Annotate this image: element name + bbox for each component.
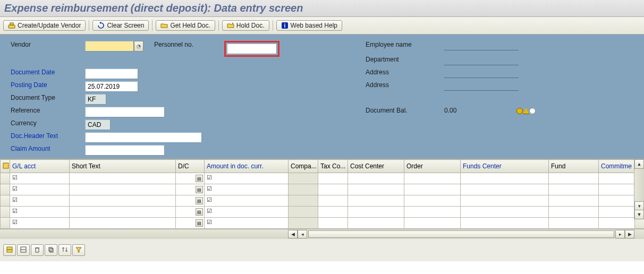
col-order[interactable]: Order — [404, 160, 461, 173]
col-amount[interactable]: Amount in doc. curr. — [205, 160, 289, 173]
col-tax-co[interactable]: Tax Co... — [318, 160, 348, 173]
claim-amount-label[interactable]: Claim Amount — [11, 145, 82, 152]
document-date-label[interactable]: Document Date — [11, 68, 82, 76]
cell-commitment[interactable] — [599, 184, 635, 195]
horizontal-scrollbar[interactable]: ◀ ◂ ▸ ▶ — [0, 229, 644, 239]
cell-tax-co[interactable] — [318, 207, 348, 218]
dropdown-button[interactable]: ▤ — [196, 197, 203, 204]
row-selector[interactable] — [1, 184, 10, 195]
cell-commitment[interactable] — [599, 173, 635, 184]
filter-button[interactable] — [72, 244, 85, 256]
col-compa[interactable]: Compa... — [289, 160, 318, 173]
cell-amount[interactable]: ☑ — [205, 207, 289, 218]
sort-button[interactable] — [58, 244, 71, 256]
col-fund[interactable]: Fund — [549, 160, 599, 173]
vertical-scrollbar[interactable]: ▲ ▾ ▼ — [634, 159, 644, 219]
cell-cost-center[interactable] — [348, 207, 404, 218]
cell-gl-acct[interactable]: ☑ — [10, 218, 70, 229]
cell-compa[interactable] — [289, 218, 318, 229]
cell-order[interactable] — [404, 207, 461, 218]
col-funds-center[interactable]: Funds Center — [461, 160, 549, 173]
cell-tax-co[interactable] — [318, 184, 348, 195]
cell-funds-center[interactable] — [461, 207, 549, 218]
cell-tax-co[interactable] — [318, 173, 348, 184]
row-selector[interactable] — [1, 207, 10, 218]
cell-commitment[interactable] — [599, 207, 635, 218]
cell-funds-center[interactable] — [461, 184, 549, 195]
dropdown-button[interactable]: ▤ — [196, 219, 203, 227]
create-update-vendor-button[interactable]: Create/Update Vendor — [3, 20, 86, 31]
cell-dc[interactable]: ▤ — [176, 218, 205, 229]
cell-amount[interactable]: ☑ — [205, 184, 289, 195]
cell-gl-acct[interactable]: ☑ — [10, 173, 70, 184]
scroll-left-line-button[interactable]: ◂ — [298, 230, 307, 238]
cell-fund[interactable] — [549, 218, 599, 229]
copy-button[interactable] — [45, 244, 57, 256]
scroll-thumb[interactable] — [308, 230, 614, 238]
cell-gl-acct[interactable]: ☑ — [10, 195, 70, 207]
cell-cost-center[interactable] — [348, 184, 404, 195]
dropdown-button[interactable]: ▤ — [196, 175, 203, 182]
scroll-up-button[interactable]: ▲ — [634, 159, 644, 169]
cell-cost-center[interactable] — [348, 218, 404, 229]
cell-amount[interactable]: ☑ — [205, 218, 289, 229]
delete-row-button[interactable] — [17, 244, 30, 256]
claim-amount-input[interactable] — [85, 145, 165, 156]
scroll-down-button[interactable]: ▼ — [634, 210, 644, 219]
cell-fund[interactable] — [549, 173, 599, 184]
personnel-no-input[interactable] — [227, 44, 277, 54]
col-cost-center[interactable]: Cost Center — [348, 160, 404, 173]
hold-doc-button[interactable]: Hold Doc. — [222, 20, 269, 31]
web-based-help-button[interactable]: i Web based Help — [276, 20, 343, 31]
cell-commitment[interactable] — [599, 218, 635, 229]
get-held-doc-button[interactable]: Get Held Doc. — [156, 20, 215, 31]
vendor-search-help-button[interactable]: ◔ — [134, 41, 143, 52]
dropdown-button[interactable]: ▤ — [196, 186, 203, 193]
col-commitment[interactable]: Commitme — [599, 160, 635, 173]
cell-fund[interactable] — [549, 184, 599, 195]
cell-fund[interactable] — [549, 195, 599, 207]
cell-dc[interactable]: ▤ — [176, 207, 205, 218]
doc-header-text-label[interactable]: Doc.Header Text — [11, 132, 82, 140]
cell-dc[interactable]: ▤ — [176, 184, 205, 195]
cell-dc[interactable]: ▤ — [176, 173, 205, 184]
cell-tax-co[interactable] — [318, 195, 348, 207]
cell-short-text[interactable] — [70, 218, 176, 229]
cell-tax-co[interactable] — [318, 218, 348, 229]
cell-funds-center[interactable] — [461, 218, 549, 229]
scroll-right-button[interactable]: ▶ — [625, 230, 634, 238]
cell-order[interactable] — [404, 218, 461, 229]
cell-compa[interactable] — [289, 207, 318, 218]
cell-compa[interactable] — [289, 173, 318, 184]
cell-short-text[interactable] — [70, 173, 176, 184]
scroll-right-line-button[interactable]: ▸ — [615, 230, 625, 238]
insert-row-button[interactable] — [3, 244, 16, 256]
cell-amount[interactable]: ☑ — [205, 195, 289, 207]
cell-gl-acct[interactable]: ☑ — [10, 184, 70, 195]
row-selector[interactable] — [1, 173, 10, 184]
scroll-left-button[interactable]: ◀ — [288, 230, 298, 238]
cell-cost-center[interactable] — [348, 173, 404, 184]
cell-dc[interactable]: ▤ — [176, 195, 205, 207]
cell-gl-acct[interactable]: ☑ — [10, 207, 70, 218]
vendor-input[interactable] — [85, 41, 134, 52]
posting-date-input[interactable] — [85, 81, 138, 92]
doc-header-text-input[interactable] — [85, 132, 202, 143]
row-selector[interactable] — [1, 218, 10, 229]
cell-amount[interactable]: ☑ — [205, 173, 289, 184]
posting-date-label[interactable]: Posting Date — [11, 81, 82, 89]
dropdown-button[interactable]: ▤ — [196, 208, 203, 216]
cell-commitment[interactable] — [599, 195, 635, 207]
col-gl-acct[interactable]: G/L acct — [10, 160, 70, 173]
cell-order[interactable] — [404, 173, 461, 184]
cell-short-text[interactable] — [70, 184, 176, 195]
col-short-text[interactable]: Short Text — [70, 160, 176, 173]
row-selector[interactable] — [1, 195, 10, 207]
cell-order[interactable] — [404, 184, 461, 195]
cell-fund[interactable] — [549, 207, 599, 218]
cell-short-text[interactable] — [70, 195, 176, 207]
clear-screen-button[interactable]: Clear Screen — [92, 20, 149, 31]
reference-input[interactable] — [85, 107, 165, 117]
cell-funds-center[interactable] — [461, 195, 549, 207]
cell-funds-center[interactable] — [461, 173, 549, 184]
